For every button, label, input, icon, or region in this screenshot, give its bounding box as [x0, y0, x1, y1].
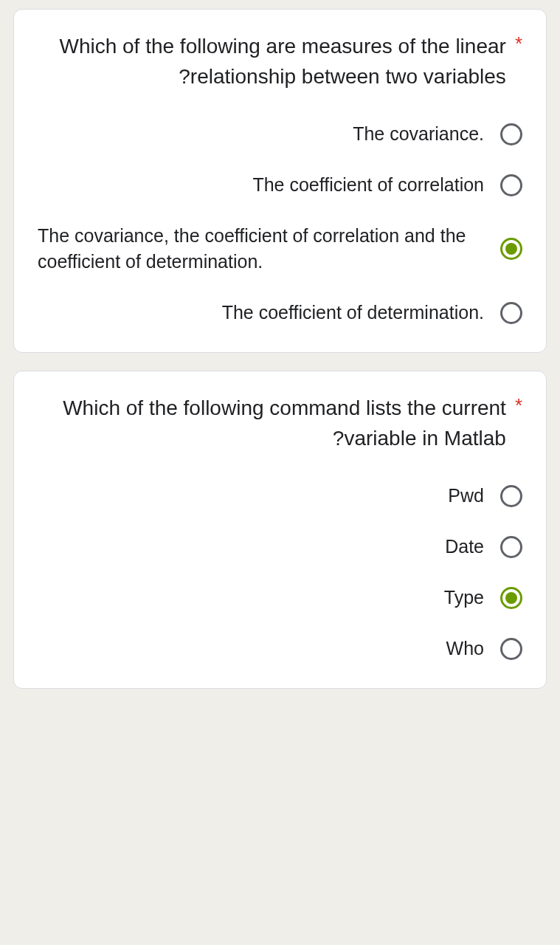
option-label: Who — [38, 636, 484, 662]
question-header: * Which of the following are measures of… — [38, 32, 522, 92]
option-row[interactable]: The coefficient of determination. — [38, 300, 522, 326]
radio-icon[interactable] — [500, 536, 522, 558]
option-row[interactable]: Date — [38, 534, 522, 560]
option-label: The coefficient of determination. — [38, 300, 484, 326]
option-row[interactable]: The covariance, the coefficient of corre… — [38, 223, 522, 275]
option-label: The covariance. — [38, 121, 484, 147]
question-header: * Which of the following command lists t… — [38, 394, 522, 453]
options-group: The covariance. The coefficient of corre… — [38, 121, 522, 326]
option-row[interactable]: Type — [38, 585, 522, 611]
option-label: The covariance, the coefficient of corre… — [38, 223, 484, 275]
question-text: Which of the following are measures of t… — [38, 32, 506, 92]
radio-icon[interactable] — [500, 123, 522, 145]
option-label: Date — [38, 534, 484, 560]
option-row[interactable]: The covariance. — [38, 121, 522, 147]
radio-icon[interactable] — [500, 174, 522, 196]
required-star: * — [515, 32, 522, 57]
options-group: Pwd Date Type Who — [38, 483, 522, 662]
radio-icon[interactable] — [500, 485, 522, 507]
option-row[interactable]: Pwd — [38, 483, 522, 509]
option-label: The coefficient of correlation — [38, 172, 484, 198]
question-card: * Which of the following are measures of… — [13, 9, 547, 353]
radio-icon[interactable] — [500, 302, 522, 324]
option-row[interactable]: The coefficient of correlation — [38, 172, 522, 198]
question-card: * Which of the following command lists t… — [13, 371, 547, 689]
option-row[interactable]: Who — [38, 636, 522, 662]
option-label: Pwd — [38, 483, 484, 509]
radio-icon[interactable] — [500, 638, 522, 660]
question-text: Which of the following command lists the… — [38, 394, 506, 453]
radio-icon[interactable] — [500, 238, 522, 260]
radio-icon[interactable] — [500, 587, 522, 609]
required-star: * — [515, 394, 522, 419]
option-label: Type — [38, 585, 484, 611]
